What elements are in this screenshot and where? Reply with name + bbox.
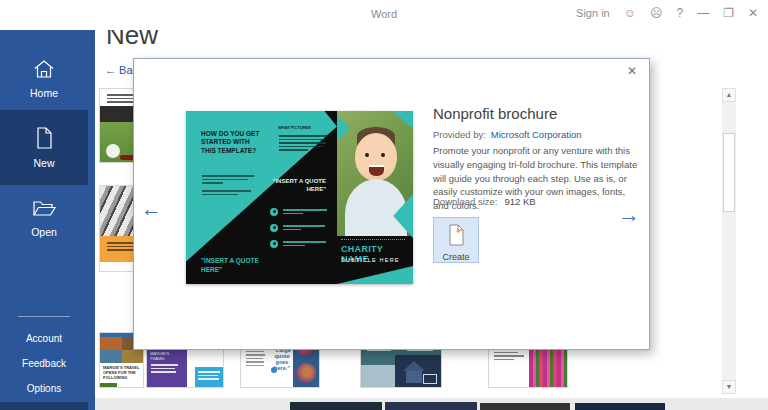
feature-icon <box>270 224 278 232</box>
brochure-feature-row <box>270 239 326 248</box>
dialog-close-icon[interactable]: ✕ <box>627 64 637 78</box>
golf-ball <box>106 144 120 158</box>
download-size-label: Download size: <box>433 196 497 207</box>
greeked-text-lines <box>201 173 253 197</box>
sidebar-item-account[interactable]: Account <box>0 333 88 344</box>
template-title: Nonprofit brochure <box>433 105 557 122</box>
sidebar-item-home-label: Home <box>30 87 58 99</box>
next-row-thumb-top <box>575 403 665 410</box>
close-window-button[interactable]: ✕ <box>748 6 758 20</box>
sidebar-item-new-label: New <box>33 157 54 169</box>
create-button-label: Create <box>434 252 478 262</box>
template-preview-dialog: ✕ ← → HOW DO YOU GET STARTED WITH THIS T… <box>133 58 650 350</box>
brochure-quote-left: "INSERT A QUOTE HERE" <box>201 257 259 275</box>
new-document-icon <box>33 126 55 150</box>
travel-blue-box <box>195 367 224 387</box>
blue-dot <box>271 367 277 373</box>
sidebar: Word Home New Open Account Feedback Opti… <box>0 0 95 410</box>
brochure-feature-row <box>270 207 326 216</box>
sidebar-item-new[interactable]: New <box>0 126 88 171</box>
baby-eye <box>381 153 385 157</box>
sign-in-button[interactable]: Sign in <box>576 7 610 19</box>
sparkle-icon: ✦ <box>455 227 462 236</box>
greeked-text-lines <box>278 133 326 153</box>
restore-button[interactable]: ❐ <box>723 6 734 20</box>
sidebar-item-open[interactable]: Open <box>0 198 88 240</box>
sidebar-item-home[interactable]: Home <box>0 58 88 101</box>
template-preview-image: HOW DO YOU GET STARTED WITH THIS TEMPLAT… <box>186 111 413 284</box>
feature-icon <box>270 240 278 248</box>
collage-green-strip <box>100 383 117 387</box>
provided-by-label: Provided by: <box>433 129 486 140</box>
dotted-divider <box>341 239 405 240</box>
title-bar: Word Sign in ☺ ☹ ? — ❐ ✕ <box>0 0 768 30</box>
next-row-thumb-top <box>385 402 477 410</box>
brochure-left-heading: HOW DO YOU GET STARTED WITH THIS TEMPLAT… <box>201 130 263 155</box>
brochure-subtitle: SUBTITLE HERE <box>341 257 400 263</box>
brochure-quote-middle: "INSERT A QUOTE HERE" <box>266 177 326 193</box>
create-button[interactable]: ✦ Create <box>433 217 479 263</box>
provided-by-link[interactable]: Microsoft Corporation <box>491 129 582 140</box>
travel-subtext: MARGIE'S TRAVEL <box>150 351 184 361</box>
home-icon <box>32 58 56 80</box>
vertical-scrollbar-thumb[interactable] <box>723 133 735 212</box>
baby-mouth <box>369 165 384 176</box>
previous-template-arrow-icon[interactable]: ← <box>141 197 162 221</box>
smiley-feedback-icon[interactable]: ☺ <box>624 6 636 20</box>
baby-eye <box>365 153 369 157</box>
sidebar-item-options[interactable]: Options <box>0 383 88 394</box>
next-row-thumb-top <box>480 403 570 410</box>
scroll-up-button[interactable]: ▲ <box>722 88 736 102</box>
download-size-row: Download size:912 KB <box>433 196 536 207</box>
feature-icon <box>270 208 278 216</box>
help-icon[interactable]: ? <box>676 6 683 20</box>
sidebar-item-feedback[interactable]: Feedback <box>0 358 88 369</box>
sidebar-item-open-label: Open <box>31 226 57 238</box>
provided-by-row: Provided by:Microsoft Corporation <box>433 129 582 140</box>
baby-shirt <box>345 179 407 236</box>
minimize-button[interactable]: — <box>697 6 709 20</box>
teal-bottom-wedge <box>337 266 413 284</box>
open-folder-icon <box>32 198 57 219</box>
sidebar-divider <box>18 316 70 317</box>
download-size-value: 912 KB <box>504 196 535 207</box>
sidebar-bottom-strip <box>0 402 88 410</box>
next-row-thumb-top <box>290 402 382 410</box>
scroll-down-button[interactable]: ▼ <box>722 380 736 394</box>
brochure-feature-row <box>270 223 326 232</box>
brochure-mid-heading: WHAT PICTURES <box>278 125 311 130</box>
collage-caption: MARGIE'S TRAVEL OPENS FOR THE FOLLOWING <box>100 363 143 382</box>
house-photo <box>395 355 441 387</box>
frown-feedback-icon[interactable]: ☹ <box>650 6 663 20</box>
